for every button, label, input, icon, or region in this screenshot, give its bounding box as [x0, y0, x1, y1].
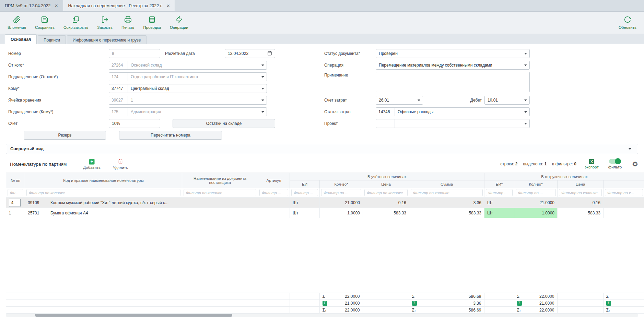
storage-cell-combo[interactable]: 39027 1	[109, 96, 267, 105]
operations-button[interactable]: Операции	[170, 16, 188, 30]
calc-date-field[interactable]	[225, 49, 275, 58]
row-ei2-cell[interactable]: Шт	[484, 198, 514, 208]
row-supplier-cell[interactable]	[182, 208, 258, 218]
col-header-qty1[interactable]: Кол-во*	[320, 180, 363, 188]
window-tab-document[interactable]: ПРМ №9 от 12.04.2022 ✕	[0, 0, 63, 11]
chevron-down-icon[interactable]	[259, 76, 267, 78]
table-row[interactable]: 4 39109Костюм мужской рабочий "Хит" летн…	[6, 198, 644, 208]
export-excel-button[interactable]: X экспорт	[585, 159, 599, 169]
gear-icon[interactable]: ⚙	[632, 161, 638, 167]
row-name-cell[interactable]: 39109Костюм мужской рабочий "Хит" летний…	[25, 198, 182, 208]
filter-input[interactable]	[364, 189, 408, 196]
chevron-down-icon[interactable]	[522, 111, 529, 113]
row-sum1-cell[interactable]: 3.36	[409, 198, 484, 208]
row-ei1-cell[interactable]: Шт	[290, 208, 320, 218]
filter-input[interactable]	[411, 189, 483, 196]
row-sum1-cell[interactable]: 583.33	[409, 208, 484, 218]
filter-input[interactable]	[321, 189, 361, 196]
note-textarea[interactable]	[376, 72, 530, 92]
col-header-ei1[interactable]: ЕИ	[290, 180, 320, 188]
table-row[interactable]: 1 25731Бумага офисная А4 Шт 1.0000 583.3…	[6, 208, 644, 218]
cost-account-select[interactable]: 26.01	[376, 96, 423, 105]
col-header-supplier[interactable]: Наименование из документа поставщика	[182, 173, 258, 188]
calc-date-input[interactable]	[228, 51, 265, 56]
to-combo[interactable]: 37747 Центральный склад	[109, 84, 267, 93]
filter-input[interactable]	[184, 189, 256, 196]
account-field[interactable]	[109, 119, 160, 128]
row-num-cell[interactable]: 1	[6, 208, 25, 218]
chevron-down-icon[interactable]	[259, 88, 267, 90]
calendar-icon[interactable]	[267, 51, 272, 57]
row-ei2-cell[interactable]: Шт	[484, 208, 514, 218]
add-row-button[interactable]: + Добавить	[83, 159, 101, 169]
close-tab-icon[interactable]: ✕	[55, 3, 58, 8]
row-qty1-cell[interactable]: 21.0000	[320, 198, 363, 208]
chevron-down-icon[interactable]	[259, 64, 267, 66]
filter-input[interactable]	[291, 189, 318, 196]
cost-item-combo[interactable]: 14746 Офисные расходы	[376, 107, 530, 116]
col-header-ei2[interactable]: ЕИ*	[484, 180, 514, 188]
close-tab-icon[interactable]: ✕	[166, 3, 170, 8]
debit-select[interactable]: 10.01	[484, 96, 530, 105]
reserve-button[interactable]: Резерв	[24, 131, 106, 140]
filter-input[interactable]	[8, 189, 23, 196]
collapsed-view-bar[interactable]: Свернутый вид	[6, 144, 638, 154]
operation-select[interactable]: Перемещение материалов между собственным…	[376, 61, 530, 70]
row-price1-cell[interactable]: 0.16	[363, 198, 409, 208]
row-price2-cell[interactable]: 583.33	[558, 208, 604, 218]
tab-signatures[interactable]: Подписи	[38, 35, 66, 44]
col-header-price2[interactable]: Цена	[558, 180, 604, 188]
filter-input[interactable]	[605, 189, 643, 196]
row-num-cell[interactable]: 4	[6, 198, 25, 208]
row-price1-cell[interactable]: 583.33	[363, 208, 409, 218]
filter-input[interactable]	[559, 189, 602, 196]
chevron-down-icon[interactable]	[522, 64, 529, 66]
row-article-cell[interactable]	[258, 208, 290, 218]
chevron-down-icon[interactable]	[415, 99, 423, 101]
recalc-numbers-button[interactable]: Пересчитать номера	[119, 131, 222, 140]
chevron-down-icon[interactable]	[259, 99, 267, 101]
tab-main[interactable]: Основная	[5, 34, 37, 44]
filter-input[interactable]	[516, 189, 556, 196]
row-qty2-cell[interactable]: 21.0000	[514, 198, 558, 208]
postings-button[interactable]: Проводки	[143, 16, 161, 30]
project-combo[interactable]	[376, 119, 530, 128]
row-qty2-cell[interactable]: 1.0000	[514, 208, 558, 218]
scrollbar-thumb[interactable]	[35, 314, 232, 317]
row-cut-cell[interactable]	[604, 208, 644, 218]
tab-carrier-cargo[interactable]: Информация о перевозчике и грузе	[67, 35, 147, 44]
number-field[interactable]	[109, 49, 160, 58]
chevron-down-icon[interactable]	[522, 99, 529, 101]
close-button[interactable]: Закрыть	[97, 16, 113, 30]
col-header-name[interactable]: Код и краткое наименование номенклатуры	[25, 173, 182, 188]
col-header-cut[interactable]	[604, 180, 644, 188]
account-input[interactable]	[112, 121, 157, 126]
filter-toggle[interactable]: фильтр	[608, 159, 622, 169]
chevron-down-icon[interactable]	[522, 123, 529, 125]
col-header-num[interactable]: № пп	[6, 173, 25, 188]
toggle-on-icon[interactable]	[609, 159, 621, 164]
stock-balance-button[interactable]: Остатки на складе	[173, 119, 275, 128]
dept-from-combo[interactable]: 174 Отдел разработки и IT-консалтинга	[109, 72, 267, 81]
from-combo[interactable]: 27264 Основной склад	[109, 61, 267, 70]
row-ei1-cell[interactable]: Шт	[290, 198, 320, 208]
attachments-button[interactable]: Вложения	[8, 16, 26, 30]
col-header-qty2[interactable]: Кол-во*	[514, 180, 558, 188]
chevron-down-icon[interactable]	[522, 53, 529, 55]
status-select[interactable]: Проверен	[376, 49, 530, 58]
row-cut-cell[interactable]	[604, 198, 644, 208]
filter-input[interactable]	[486, 189, 513, 196]
chevron-down-icon[interactable]	[259, 111, 267, 113]
filter-input[interactable]	[26, 189, 180, 196]
row-name-cell[interactable]: 25731Бумага офисная А4	[25, 208, 182, 218]
delete-row-button[interactable]: Удалить	[113, 158, 128, 170]
save-button[interactable]: Сохранить	[35, 16, 55, 30]
horizontal-scrollbar[interactable]	[6, 314, 638, 317]
col-header-article[interactable]: Артикул	[258, 173, 290, 188]
row-qty1-cell[interactable]: 1.0000	[320, 208, 363, 218]
col-header-sum1[interactable]: Сумма	[409, 180, 484, 188]
chevron-down-icon[interactable]	[626, 148, 634, 150]
dept-to-combo[interactable]: 175 Администрация	[109, 107, 267, 116]
col-header-price1[interactable]: Цена	[363, 180, 409, 188]
number-input[interactable]	[112, 51, 157, 56]
